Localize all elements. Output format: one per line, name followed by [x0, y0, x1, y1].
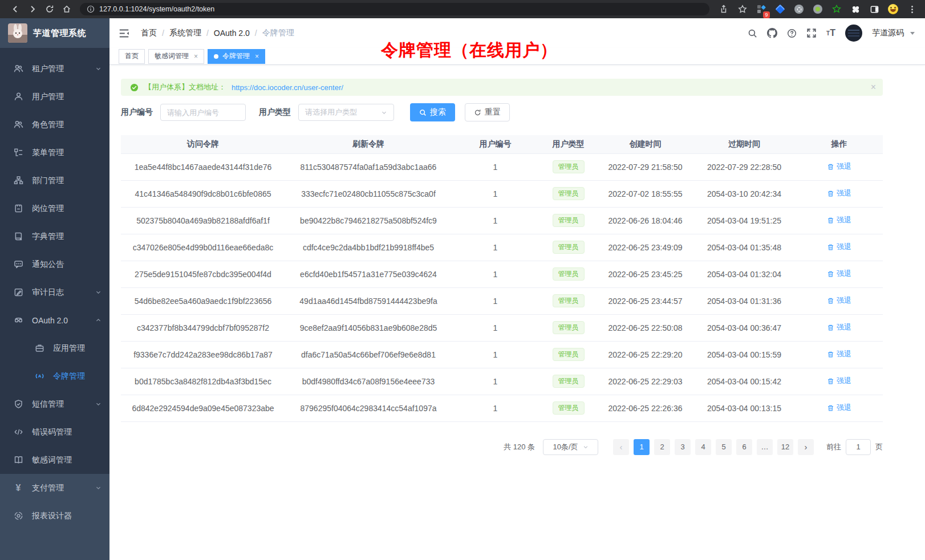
sidebar-item-errcode[interactable]: 错误码管理 — [0, 418, 109, 446]
access-token-cell: 1ea5e44f8bc1467aaede43144f31de76 — [121, 153, 285, 180]
action-cell: 强退 — [796, 341, 883, 368]
force-logout-button[interactable]: 强退 — [827, 322, 851, 332]
force-logout-button[interactable]: 强退 — [827, 215, 851, 225]
browser-back-icon[interactable] — [7, 2, 24, 17]
browser-forward-icon[interactable] — [24, 2, 41, 17]
sidebar-item-dict[interactable]: 字典管理 — [0, 222, 109, 250]
force-logout-button[interactable]: 强退 — [827, 161, 851, 172]
sidebar-item-tenant[interactable]: 租户管理 — [0, 55, 109, 83]
next-page-button[interactable]: › — [798, 439, 814, 455]
search-icon[interactable] — [748, 29, 757, 38]
page-button-5[interactable]: 5 — [716, 439, 732, 455]
sidebar-item-sms[interactable]: 短信管理 — [0, 390, 109, 418]
user-avatar[interactable] — [845, 25, 862, 42]
force-logout-button[interactable]: 强退 — [827, 349, 851, 359]
access-token-cell: b0d1785bc3a8482f812db4a3f3bd15ec — [121, 368, 285, 395]
url-bar[interactable]: 127.0.0.1:1024/system/oauth2/token — [80, 3, 709, 15]
help-icon[interactable] — [787, 29, 797, 38]
page-button-6[interactable]: 6 — [736, 439, 752, 455]
tab-令牌管理[interactable]: 令牌管理× — [208, 49, 265, 64]
font-size-icon[interactable]: TT — [826, 28, 835, 38]
sidebar-item-user[interactable]: 用户管理 — [0, 83, 109, 111]
pinwheel-extension-icon[interactable] — [849, 2, 862, 17]
command-extension-icon[interactable] — [793, 2, 805, 17]
tab-label: 首页 — [125, 51, 139, 61]
tab-close-icon[interactable]: × — [194, 52, 198, 60]
user-id-cell: 1 — [452, 395, 539, 421]
share-icon[interactable] — [717, 2, 730, 17]
sidebar-item-notice[interactable]: 通知公告 — [0, 250, 109, 278]
page-button-12[interactable]: 12 — [777, 439, 793, 455]
page-size-select[interactable]: 10条/页 — [543, 439, 598, 455]
page-button-4[interactable]: 4 — [695, 439, 711, 455]
browser-reload-icon[interactable] — [41, 2, 58, 17]
app-logo-icon — [8, 23, 27, 43]
trash-icon — [827, 324, 834, 331]
sidebar-item-role[interactable]: 角色管理 — [0, 111, 109, 139]
prev-page-button[interactable]: ‹ — [613, 439, 629, 455]
search-button[interactable]: 搜索 — [410, 103, 455, 121]
sidebar-nav-light: ¥支付管理报表设计器 — [0, 474, 109, 560]
sidebar-item-audit-log[interactable]: 审计日志 — [0, 278, 109, 306]
page-button-1[interactable]: 1 — [634, 439, 650, 455]
extensions-icon[interactable]: 9 — [755, 2, 768, 17]
breadcrumb-item[interactable]: OAuth 2.0 — [214, 29, 250, 38]
force-logout-button[interactable]: 强退 — [827, 376, 851, 386]
user-id-input[interactable] — [160, 104, 246, 121]
username[interactable]: 芋道源码 — [872, 28, 904, 38]
sidebar-item-pay[interactable]: ¥支付管理 — [0, 474, 109, 502]
access-token-cell: f9336e7c7dd242a283ee98dc86b17a87 — [121, 341, 285, 368]
sidebar-item-sensitive[interactable]: 敏感词管理 — [0, 446, 109, 474]
reset-button[interactable]: 重置 — [465, 103, 510, 121]
page-ellipsis[interactable]: … — [757, 439, 773, 455]
user-icon — [13, 92, 23, 102]
site-info-icon[interactable] — [87, 5, 95, 13]
user-id-cell: 1 — [452, 341, 539, 368]
breadcrumb-item[interactable]: 系统管理 — [169, 28, 201, 38]
sidebar-item-post[interactable]: 岗位管理 — [0, 194, 109, 222]
page-button-3[interactable]: 3 — [675, 439, 691, 455]
alert-close-icon[interactable]: × — [871, 83, 876, 92]
page-button-2[interactable]: 2 — [654, 439, 670, 455]
bookmark-star-icon[interactable] — [736, 2, 749, 17]
force-logout-button[interactable]: 强退 — [827, 295, 851, 306]
force-logout-button[interactable]: 强退 — [827, 188, 851, 198]
browser-menu-icon[interactable] — [906, 2, 918, 17]
fullscreen-icon[interactable] — [806, 28, 817, 38]
user-menu-caret-icon[interactable] — [910, 32, 915, 35]
book-icon — [13, 232, 23, 241]
sidebar-item-label: 应用管理 — [53, 343, 102, 354]
user-id-cell: 1 — [452, 261, 539, 287]
app-logo-row[interactable]: 芋道管理系统 — [0, 18, 109, 48]
user-type-select[interactable]: 请选择用户类型 — [298, 104, 394, 121]
created-time-cell: 2022-06-25 22:29:03 — [598, 368, 693, 395]
tab-close-icon[interactable]: × — [255, 52, 259, 60]
user-type-badge: 管理员 — [553, 187, 585, 200]
sidebar-item-menu[interactable]: 菜单管理 — [0, 139, 109, 167]
browser-home-icon[interactable] — [58, 2, 75, 17]
side-panel-icon[interactable] — [868, 2, 881, 17]
breadcrumb-item[interactable]: 首页 — [141, 28, 157, 38]
tab-label: 敏感词管理 — [155, 51, 189, 61]
collapse-sidebar-icon[interactable] — [119, 28, 129, 39]
force-logout-button[interactable]: 强退 — [827, 403, 851, 413]
sidebar-item-dept[interactable]: 部门管理 — [0, 167, 109, 194]
url-text: 127.0.0.1:1024/system/oauth2/token — [99, 5, 214, 13]
tab-敏感词管理[interactable]: 敏感词管理× — [148, 49, 204, 64]
sidebar-item-report[interactable]: 报表设计器 — [0, 502, 109, 530]
refresh-token-cell: b0df4980ffd34c67a08f9156e4eee733 — [285, 368, 452, 395]
force-logout-button[interactable]: 强退 — [827, 269, 851, 279]
goto-page-input[interactable] — [846, 439, 871, 455]
github-icon[interactable] — [767, 28, 777, 38]
record-extension-icon[interactable] — [812, 2, 824, 17]
force-logout-button[interactable]: 强退 — [827, 242, 851, 252]
alert-doc-link[interactable]: https://doc.iocoder.cn/user-center/ — [232, 83, 343, 92]
profile-avatar-icon[interactable] — [887, 2, 899, 17]
green-star-extension-icon[interactable] — [830, 2, 843, 17]
gem-extension-icon[interactable] — [774, 2, 786, 17]
sidebar-item-label: 错误码管理 — [32, 427, 102, 437]
sidebar-item-oauth2[interactable]: OAuth 2.0 — [0, 306, 109, 334]
tab-首页[interactable]: 首页 — [119, 49, 145, 64]
sidebar-item-app-mgmt[interactable]: 应用管理 — [0, 334, 109, 362]
sidebar-item-token-mgmt[interactable]: A令牌管理 — [0, 362, 109, 390]
